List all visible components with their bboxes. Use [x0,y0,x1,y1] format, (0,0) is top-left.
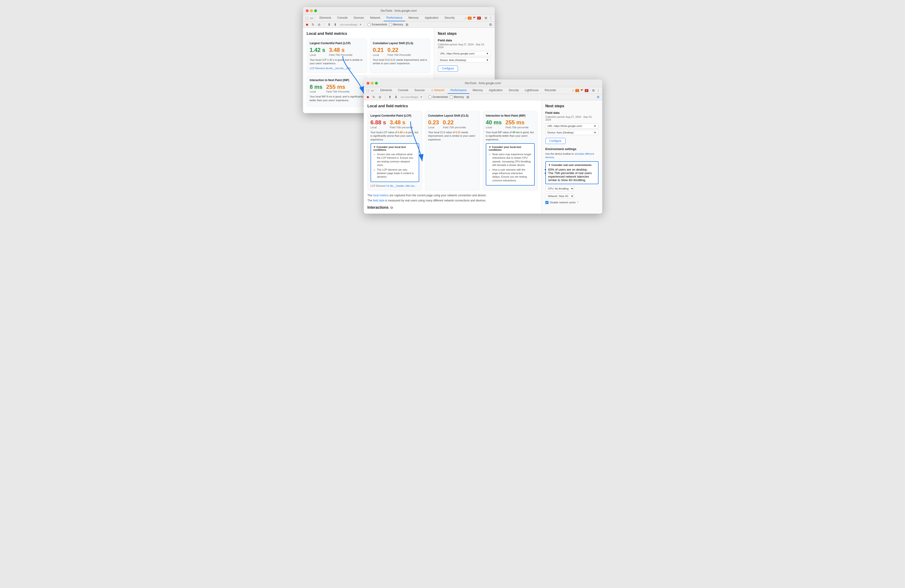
inp-field-label-2: Field 75th percentile [505,126,529,129]
tab-network-2[interactable]: ⚠ Network [428,87,447,94]
settings-icon-1[interactable]: ⚙ [484,16,488,20]
device-icon-2[interactable]: ▭ [370,88,375,92]
right-panel-2: Next steps Field data Collection period:… [541,100,602,214]
memory-checkbox-2[interactable]: Memory [450,95,464,98]
cpu-select[interactable]: CPU: No throttling [545,186,574,191]
cpu-icon-2[interactable]: ⊞ [466,95,470,99]
inp-field-label-1: Field 75th Percentile [326,90,349,93]
settings-icon-2[interactable]: ⚙ [592,88,596,92]
clear-icon-1[interactable]: ⊘ [317,22,321,27]
upload-icon-2[interactable]: ⬆ [388,95,392,99]
memory-checkbox-1[interactable]: Memory [389,23,403,26]
inp-title-2: Interaction to Next Paint (INP) [486,114,535,117]
cls-field-group-2: 0.22 Field 75th percentile [443,119,466,129]
url-dropdown-1[interactable]: URL: https://fonts.google.com/ ▼ [438,51,491,56]
main-content-2: Local and field metrics Largest Contentf… [364,100,602,214]
settings-recording-1[interactable]: ⚙ [489,22,493,27]
screenshots-checkbox-2[interactable]: Screenshots [428,95,448,98]
metrics-grid-2: Largest Contentful Paint (LCP) 6.88 s Lo… [368,111,538,190]
cls-title-1: Cumulative Layout Shift (CLS) [373,41,427,45]
close-button-2[interactable] [367,82,369,85]
collection-period-2: Collection period: Aug 27, 2024 - Sep 23… [545,116,599,121]
close-button-1[interactable] [306,10,309,12]
tab-sources-1[interactable]: Sources [351,15,367,21]
tab-console-1[interactable]: Console [335,15,351,21]
inp-field-value-2: 255 ms [505,119,529,126]
screenshots-checkbox-1[interactable]: Screenshots [368,23,387,26]
inp-card-1: Interaction to Next Paint (INP) 8 ms Loc… [307,76,367,107]
settings-recording-2[interactable]: ⚙ [596,95,600,99]
cpu-label: CPU: No throttling [545,186,599,193]
url-dropdown-2[interactable]: URL: https://fonts.google.com/ ▼ [545,124,599,128]
cls-card-1: Cumulative Layout Shift (CLS) 0.21 Local… [370,38,430,73]
tab-lighthouse-2[interactable]: Lighthouse [522,87,541,94]
minimize-button-1[interactable] [310,10,313,12]
tab-performance-1[interactable]: Performance [384,15,405,21]
cls-values-1: 0.21 Local 0.22 Field 75th Percentile [373,47,427,56]
disable-cache-checkbox[interactable] [545,201,548,204]
tab-network-1[interactable]: Network [367,15,383,21]
record-icon-1[interactable]: ⏺ [305,22,309,27]
tab-security-2[interactable]: Security [506,87,522,94]
lcp-field-group-2: 3.48 s Field 75th percentile [390,119,413,129]
maximize-button-2[interactable] [375,82,378,85]
disable-cache-help-icon[interactable]: ? [577,201,578,204]
lcp-field-group-1: 3.48 s Field 75th Percentile [329,47,352,56]
divider-8 [425,95,426,99]
configure-button-1[interactable]: Configure [438,65,458,71]
inp-local-label-1: Local [310,90,322,93]
tab-security-1[interactable]: Security [441,15,457,21]
cpu-icon-1[interactable]: ⊞ [405,22,409,27]
divider-6 [590,89,590,92]
more-icon-1[interactable]: ⋮ [489,16,493,20]
info-text-2: The field data is measured by real users… [368,198,538,203]
reload-icon-2[interactable]: ↻ [372,95,376,99]
tab-recorder-2[interactable]: Recorder [542,87,559,94]
lcp-field-value-1: 3.48 s [329,47,352,54]
field-data-title-1: Field data [438,38,491,42]
reload-icon-1[interactable]: ↻ [311,22,315,27]
download-icon-1[interactable]: ⬇ [333,22,337,27]
inspect-icon-2[interactable]: ⬚ [366,88,370,92]
tab-application-1[interactable]: Application [422,15,441,21]
tab-elements-2[interactable]: Elements [378,87,395,94]
lcp-expandable-title-2: ▼ Consider your local test conditions [373,146,417,151]
window-title-2: DevTools - fonts.google.com/ [465,82,501,85]
tab-console-2[interactable]: Console [395,87,411,94]
clear-icon-2[interactable]: ⊘ [378,95,382,99]
no-recordings-2: (no recordings) [401,95,418,98]
tab-memory-1[interactable]: Memory [406,15,421,21]
field-data-link[interactable]: field data [373,199,384,202]
network-select[interactable]: Network: Slow 4G [545,193,574,199]
disable-cache-label: Disable network cache [550,201,576,204]
record-icon-2[interactable]: ⏺ [366,95,370,99]
simulate-devices-link[interactable]: simulate different devices [545,152,594,158]
local-metrics-link[interactable]: local metrics [373,194,389,197]
maximize-button-1[interactable] [314,10,317,12]
next-steps-title-2: Next steps [545,104,599,108]
tab-performance-2[interactable]: Performance [448,87,470,94]
tab-application-2[interactable]: Application [486,87,505,94]
inp-field-value-1: 255 ms [326,84,349,90]
interactions-section: Interactions ⊖ [368,205,538,210]
cls-local-value-2: 0.23 [428,119,439,126]
cls-title-2: Cumulative Layout Shift (CLS) [428,114,477,117]
device-dropdown-1[interactable]: Device: Auto (Desktop) ▼ [438,57,491,63]
tab-sources-2[interactable]: Sources [412,87,428,94]
inspect-icon-1[interactable]: ⬚ [305,16,309,20]
minimize-button-2[interactable] [371,82,373,85]
tab-memory-2[interactable]: Memory [470,87,486,94]
network-label: Network: Slow 4G [545,193,599,200]
lcp-title-2: Largest Contentful Paint (LCP) [371,114,419,117]
device-icon-1[interactable]: ▭ [310,16,314,20]
device-dropdown-2[interactable]: Device: Auto (Desktop) ▼ [545,130,599,135]
cls-card-2: Cumulative Layout Shift (CLS) 0.23 Local… [425,111,480,190]
upload-icon-1[interactable]: ⬆ [327,22,331,27]
tab-elements-1[interactable]: Elements [317,15,334,21]
download-icon-2[interactable]: ⬇ [394,95,398,99]
inp-values-1: 8 ms Local 255 ms Field 75th Percentile [310,84,364,93]
cls-local-value-1: 0.21 [373,47,384,54]
more-icon-2[interactable]: ⋮ [596,88,600,92]
inp-local-value-2: 40 ms [486,119,502,126]
configure-button-2[interactable]: Configure [545,138,565,144]
